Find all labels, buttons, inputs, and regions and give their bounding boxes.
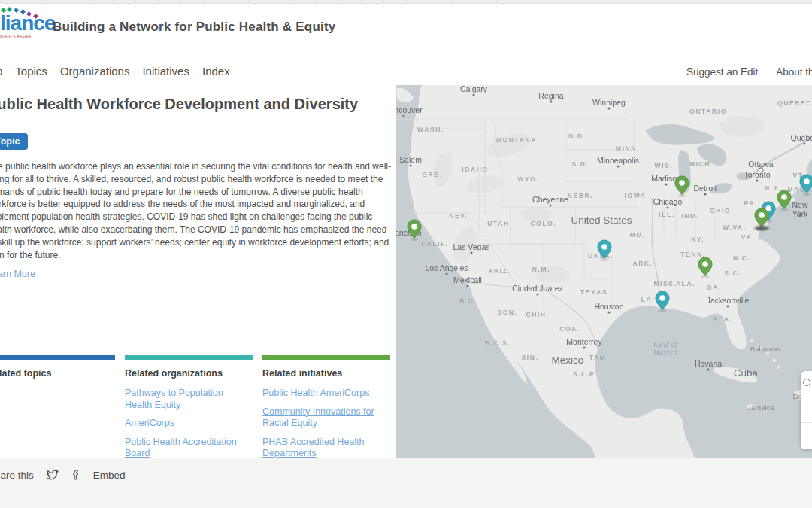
nav-right: Suggest an Edit About the Alliance xyxy=(686,66,812,78)
related-column: Related organizationsPathways to Populat… xyxy=(125,355,253,458)
control-divider xyxy=(801,397,812,397)
page: Alliance for the Public's Health Buildin… xyxy=(0,0,812,508)
top-strip xyxy=(0,0,812,4)
map-zoom-control[interactable] xyxy=(801,371,812,449)
map-pin-boston[interactable] xyxy=(800,175,812,193)
map-pin-new-orleans[interactable] xyxy=(656,291,669,310)
share-footer: Share this Embed xyxy=(0,458,812,508)
related-link[interactable]: Public Health AmeriCorps xyxy=(262,388,390,400)
related-link[interactable]: Community Innovations for Racial Equity xyxy=(262,406,390,430)
related-column: Related topics xyxy=(0,355,115,458)
logo-tagline: for the Public's Health xyxy=(0,34,32,40)
related-link[interactable]: PHAB Accredited Health Departments xyxy=(262,437,390,458)
nav-item-suggest-edit[interactable]: Suggest an Edit xyxy=(686,66,758,78)
nav-item-organizations[interactable]: Organizations xyxy=(60,65,130,78)
map-pin-atlanta[interactable] xyxy=(698,257,712,276)
map-pin-oklahoma-city[interactable] xyxy=(598,240,611,259)
related-column-title: Related organizations xyxy=(125,368,253,379)
embed-button[interactable]: Embed xyxy=(93,470,126,481)
topic-badge: Topic xyxy=(0,133,28,150)
main-nav: p Topics Organizations Initiatives Index… xyxy=(0,60,812,86)
facebook-share-button[interactable] xyxy=(70,468,82,482)
logo-text: Alliance xyxy=(0,13,55,34)
twitter-icon xyxy=(45,468,59,482)
map-pin-chicago[interactable] xyxy=(675,176,689,195)
twitter-share-button[interactable] xyxy=(45,468,59,482)
search-icon xyxy=(803,379,810,386)
column-accent-bar xyxy=(262,355,390,360)
related-link[interactable]: Pathways to Population Health Equity xyxy=(125,388,253,411)
map-pin-washington-dc[interactable] xyxy=(755,208,768,227)
map-pins-layer xyxy=(396,85,812,458)
map-canvas[interactable]: CalgaryReginaVancouverWinnipegONTARIOQUÉ… xyxy=(396,85,812,458)
content-row: Public Health Workforce Development and … xyxy=(0,85,812,458)
related-link[interactable]: AmeriCorps xyxy=(125,418,253,430)
article-body: The public health workforce plays an ess… xyxy=(0,160,396,261)
column-accent-bar xyxy=(0,355,115,360)
map-pin-new-york[interactable] xyxy=(777,190,791,209)
map-pin-san-francisco[interactable] xyxy=(408,220,421,239)
top-strip-ticks xyxy=(0,1,504,2)
related-column-title: Related topics xyxy=(0,368,115,379)
learn-more-link[interactable]: Learn More xyxy=(0,269,35,279)
facebook-icon xyxy=(70,468,82,482)
column-accent-bar xyxy=(125,355,253,360)
page-title: Public Health Workforce Development and … xyxy=(0,96,396,123)
related-column-title: Related initiatives xyxy=(262,368,390,379)
nav-item-about[interactable]: About the Alliance xyxy=(776,66,812,78)
related-column: Related initiativesPublic Health AmeriCo… xyxy=(262,355,390,458)
nav-item-initiatives[interactable]: Initiatives xyxy=(142,65,189,78)
nav-left: p Topics Organizations Initiatives Index xyxy=(0,65,230,78)
article-panel: Public Health Workforce Development and … xyxy=(0,85,396,458)
related-columns: Related topicsRelated organizationsPathw… xyxy=(0,355,396,458)
nav-item-index[interactable]: Index xyxy=(202,65,230,78)
related-link[interactable]: Public Health Accreditation Board xyxy=(125,437,253,458)
control-divider xyxy=(801,422,812,423)
nav-item-clipped[interactable]: p xyxy=(0,65,2,78)
nav-item-topics[interactable]: Topics xyxy=(15,65,47,78)
share-this-label: Share this xyxy=(0,470,34,481)
site-tagline: Building a Network for Public Health & E… xyxy=(53,20,335,35)
